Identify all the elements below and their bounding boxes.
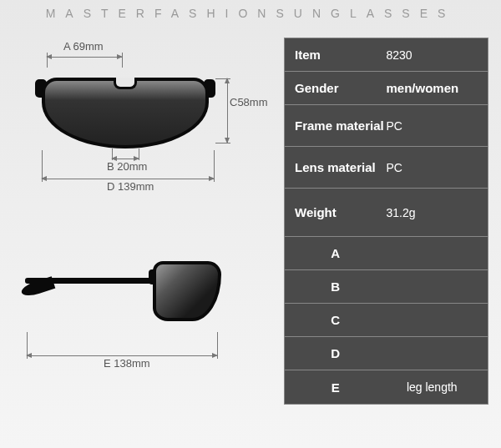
dimension-d-tick-right [214, 150, 215, 182]
dimension-e-line [27, 355, 217, 356]
dimension-b-tick-left [112, 148, 113, 160]
spec-e-value: leg length [387, 380, 488, 394]
dimension-c-line [227, 78, 228, 143]
spec-a-label: A [285, 246, 387, 260]
spec-row-b: B [285, 270, 488, 304]
sunglasses-front-view [38, 71, 213, 154]
dimension-a-label: A 69mm [63, 40, 104, 53]
lens-side [153, 261, 221, 321]
spec-row-weight: Weight 31.2g [285, 189, 488, 237]
dimension-e-tick-left [27, 332, 28, 359]
spec-e-label: E [285, 380, 387, 395]
dimension-c-tick-bottom [215, 143, 230, 143]
product-diagram-panel: A 69mm C58mm B 20mm D 139mm E 138mm [0, 25, 280, 425]
spec-weight-label: Weight [285, 205, 387, 219]
dimension-b-tick-right [139, 148, 139, 160]
spec-row-a: A [285, 237, 488, 270]
spec-frame-value: PC [387, 119, 488, 133]
spec-item-value: 8230 [387, 48, 488, 62]
spec-b-label: B [285, 279, 387, 294]
header-title: MASTERFASHIONSUNGLASSES [0, 7, 501, 20]
spec-d-label: D [285, 346, 387, 360]
nose-bridge [114, 78, 137, 89]
dimension-b-line [112, 159, 139, 159]
dimension-e-tick-right [217, 332, 218, 359]
spec-table: Item 8230 Gender men/women Frame materia… [284, 38, 488, 405]
dimension-a-tick-right [122, 53, 123, 68]
dimension-a-line [47, 57, 122, 58]
spec-row-frame: Frame material PC [285, 105, 488, 147]
spec-row-e: E leg length [285, 370, 488, 404]
dimension-c-tick-top [215, 78, 230, 79]
spec-lens-value: PC [387, 161, 488, 174]
dimension-c-label: C58mm [230, 96, 268, 108]
spec-c-label: C [285, 313, 387, 327]
spec-gender-value: men/women [387, 81, 488, 95]
spec-row-c: C [285, 304, 488, 337]
spec-row-lens: Lens material PC [285, 147, 488, 189]
spec-lens-label: Lens material [285, 160, 387, 174]
dimension-b-label: B 20mm [107, 160, 147, 173]
spec-gender-label: Gender [285, 81, 387, 95]
dimension-d-line [42, 179, 214, 179]
dimension-d-tick-left [42, 150, 43, 182]
spec-row-d: D [285, 337, 488, 370]
temple-arm [25, 278, 154, 284]
spec-frame-label: Frame material [285, 118, 387, 133]
dimension-d-label: D 139mm [107, 180, 154, 193]
spec-item-label: Item [285, 48, 387, 62]
spec-row-item: Item 8230 [285, 38, 488, 72]
spec-row-gender: Gender men/women [285, 72, 488, 105]
dimension-a-tick-left [47, 53, 48, 68]
dimension-e-label: E 138mm [104, 357, 150, 370]
spec-weight-value: 31.2g [387, 206, 488, 219]
sunglasses-side-view [25, 254, 221, 338]
